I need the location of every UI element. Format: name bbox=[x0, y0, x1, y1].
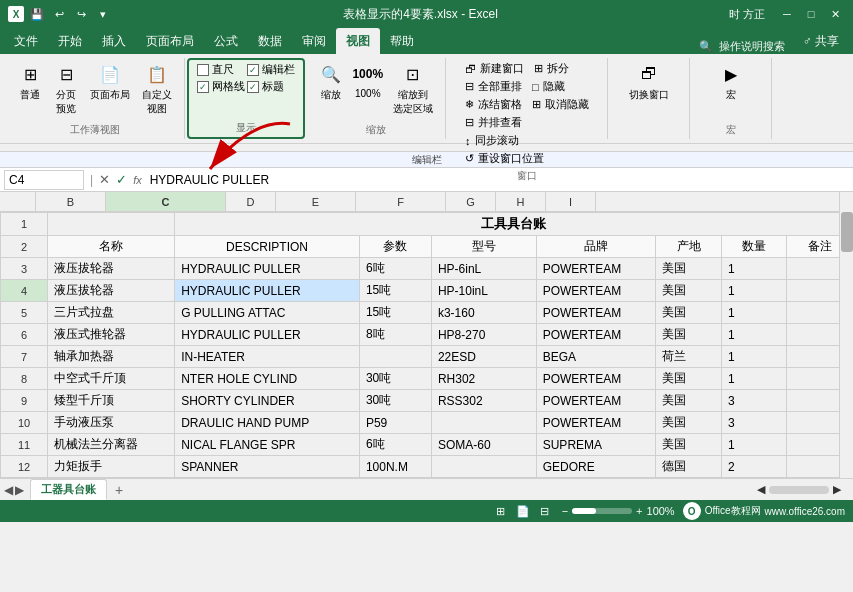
cell-c11[interactable]: NICAL FLANGE SPR bbox=[175, 434, 360, 456]
name-box[interactable] bbox=[4, 170, 84, 190]
cell-e9[interactable]: RSS302 bbox=[431, 390, 536, 412]
cell-g2[interactable]: 产地 bbox=[656, 236, 721, 258]
cell-e8[interactable]: RH302 bbox=[431, 368, 536, 390]
cell-e10[interactable] bbox=[431, 412, 536, 434]
undo-quick-btn[interactable]: ↩ bbox=[50, 5, 68, 23]
cell-e3[interactable]: HP-6inL bbox=[431, 258, 536, 280]
split-btn[interactable]: ⊞ 拆分 bbox=[530, 60, 573, 77]
col-header-g[interactable]: G bbox=[446, 192, 496, 211]
page-layout-status-btn[interactable]: 📄 bbox=[514, 502, 532, 520]
row-num-5[interactable]: 5 bbox=[1, 302, 48, 324]
cell-d11[interactable]: 6吨 bbox=[359, 434, 431, 456]
cell-f7[interactable]: BEGA bbox=[536, 346, 656, 368]
cell-e2[interactable]: 型号 bbox=[431, 236, 536, 258]
col-header-c[interactable]: C bbox=[106, 192, 226, 211]
cell-b9[interactable]: 矮型千斤顶 bbox=[48, 390, 175, 412]
cell-d8[interactable]: 30吨 bbox=[359, 368, 431, 390]
col-header-b[interactable]: B bbox=[36, 192, 106, 211]
cell-h11[interactable]: 1 bbox=[721, 434, 786, 456]
cell-h7[interactable]: 1 bbox=[721, 346, 786, 368]
cell-c10[interactable]: DRAULIC HAND PUMP bbox=[175, 412, 360, 434]
cell-f6[interactable]: POWERTEAM bbox=[536, 324, 656, 346]
cell-e6[interactable]: HP8-270 bbox=[431, 324, 536, 346]
cell-f12[interactable]: GEDORE bbox=[536, 456, 656, 478]
zoom-selection-btn[interactable]: ⊡ 缩放到选定区域 bbox=[389, 60, 437, 118]
formula-input[interactable] bbox=[146, 173, 849, 187]
cell-e12[interactable] bbox=[431, 456, 536, 478]
cell-e7[interactable]: 22ESD bbox=[431, 346, 536, 368]
cell-g5[interactable]: 美国 bbox=[656, 302, 721, 324]
col-header-f[interactable]: F bbox=[356, 192, 446, 211]
cell-g9[interactable]: 美国 bbox=[656, 390, 721, 412]
cell-b8[interactable]: 中空式千斤顶 bbox=[48, 368, 175, 390]
cell-b11[interactable]: 机械法兰分离器 bbox=[48, 434, 175, 456]
cell-f10[interactable]: POWERTEAM bbox=[536, 412, 656, 434]
cell-h10[interactable]: 3 bbox=[721, 412, 786, 434]
col-header-i[interactable]: I bbox=[546, 192, 596, 211]
cell-b12[interactable]: 力矩扳手 bbox=[48, 456, 175, 478]
row-num-7[interactable]: 7 bbox=[1, 346, 48, 368]
cell-g11[interactable]: 美国 bbox=[656, 434, 721, 456]
tab-data[interactable]: 数据 bbox=[248, 28, 292, 54]
confirm-icon[interactable]: ✓ bbox=[116, 172, 127, 187]
zoom-btn[interactable]: 🔍 缩放 bbox=[315, 60, 347, 104]
row-num-12[interactable]: 12 bbox=[1, 456, 48, 478]
cell-h8[interactable]: 1 bbox=[721, 368, 786, 390]
checkbox-ruler[interactable]: 直尺 bbox=[197, 62, 245, 77]
quick-access-more[interactable]: ▾ bbox=[94, 5, 112, 23]
cell-f2[interactable]: 品牌 bbox=[536, 236, 656, 258]
arrange-btn[interactable]: ⊟ 全部重排 bbox=[461, 78, 526, 95]
row-num-3[interactable]: 3 bbox=[1, 258, 48, 280]
row-num-2[interactable]: 2 bbox=[1, 236, 48, 258]
cell-g3[interactable]: 美国 bbox=[656, 258, 721, 280]
zoom-out-icon[interactable]: − bbox=[562, 505, 568, 517]
sheet-nav-left[interactable]: ◀ bbox=[4, 483, 13, 497]
row-num-4[interactable]: 4 bbox=[1, 280, 48, 302]
tab-share[interactable]: ♂ 共享 bbox=[793, 28, 849, 54]
cell-g8[interactable]: 美国 bbox=[656, 368, 721, 390]
function-icon[interactable]: fx bbox=[133, 174, 142, 186]
scroll-bar-area[interactable] bbox=[769, 486, 829, 494]
cell-b3[interactable]: 液压拔轮器 bbox=[48, 258, 175, 280]
cell-f5[interactable]: POWERTEAM bbox=[536, 302, 656, 324]
new-window-btn[interactable]: 🗗 新建窗口 bbox=[461, 60, 528, 77]
cell-c6[interactable]: HYDRAULIC PULLER bbox=[175, 324, 360, 346]
view-page-break-btn[interactable]: ⊟ 分页预览 bbox=[50, 60, 82, 118]
checkbox-formula-bar[interactable]: 编辑栏 bbox=[247, 62, 295, 77]
cell-d7[interactable] bbox=[359, 346, 431, 368]
cell-b1[interactable] bbox=[48, 213, 175, 236]
cell-d10[interactable]: P59 bbox=[359, 412, 431, 434]
cell-g6[interactable]: 美国 bbox=[656, 324, 721, 346]
cell-b2[interactable]: 名称 bbox=[48, 236, 175, 258]
switch-window-btn[interactable]: 🗗 切换窗口 bbox=[625, 60, 673, 104]
tab-file[interactable]: 文件 bbox=[4, 28, 48, 54]
cell-c7[interactable]: IN-HEATER bbox=[175, 346, 360, 368]
cell-f3[interactable]: POWERTEAM bbox=[536, 258, 656, 280]
cell-f9[interactable]: POWERTEAM bbox=[536, 390, 656, 412]
cell-c8[interactable]: NTER HOLE CYLIND bbox=[175, 368, 360, 390]
row-num-6[interactable]: 6 bbox=[1, 324, 48, 346]
sync-scroll-btn[interactable]: ↕ 同步滚动 bbox=[461, 132, 523, 149]
view-page-layout-btn[interactable]: 📄 页面布局 bbox=[86, 60, 134, 104]
gridlines-checkbox-icon[interactable] bbox=[197, 81, 209, 93]
cell-h12[interactable]: 2 bbox=[721, 456, 786, 478]
cell-e11[interactable]: SOMA-60 bbox=[431, 434, 536, 456]
sheet-tab-main[interactable]: 工器具台账 bbox=[30, 479, 107, 500]
save-quick-btn[interactable]: 💾 bbox=[28, 5, 46, 23]
scrollbar-thumb[interactable] bbox=[841, 212, 853, 252]
row-num-11[interactable]: 11 bbox=[1, 434, 48, 456]
ruler-checkbox-icon[interactable] bbox=[197, 64, 209, 76]
cell-d2[interactable]: 参数 bbox=[359, 236, 431, 258]
side-by-side-btn[interactable]: ⊟ 并排查看 bbox=[461, 114, 526, 131]
tab-page-layout[interactable]: 页面布局 bbox=[136, 28, 204, 54]
tab-view[interactable]: 视图 bbox=[336, 28, 380, 54]
cell-d3[interactable]: 6吨 bbox=[359, 258, 431, 280]
cell-d5[interactable]: 15吨 bbox=[359, 302, 431, 324]
cell-h6[interactable]: 1 bbox=[721, 324, 786, 346]
row-num-9[interactable]: 9 bbox=[1, 390, 48, 412]
cell-d9[interactable]: 30吨 bbox=[359, 390, 431, 412]
hide-btn[interactable]: □ 隐藏 bbox=[528, 78, 569, 95]
cell-c3[interactable]: HYDRAULIC PULLER bbox=[175, 258, 360, 280]
cell-h2[interactable]: 数量 bbox=[721, 236, 786, 258]
tab-formula[interactable]: 公式 bbox=[204, 28, 248, 54]
